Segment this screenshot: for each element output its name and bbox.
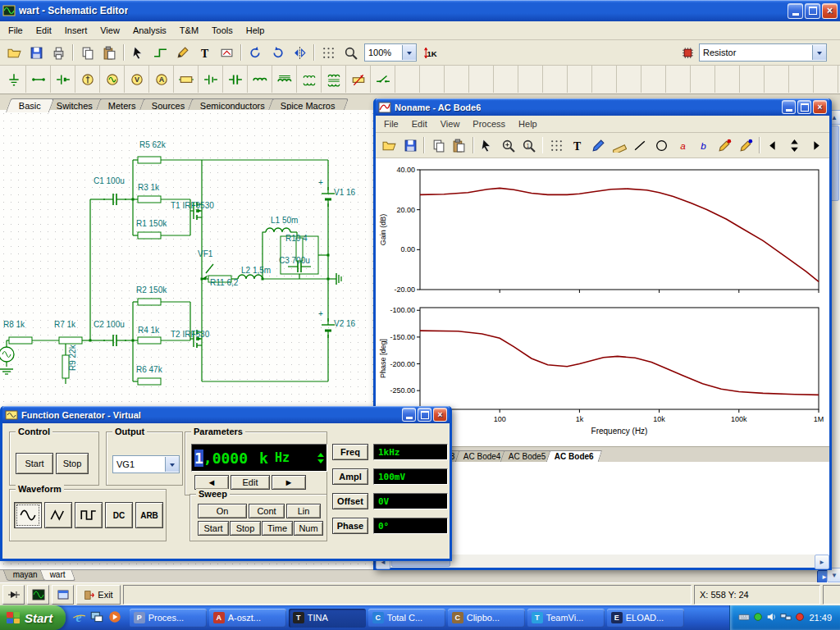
offset-button[interactable]: Offset (332, 493, 368, 509)
status-green-tray-icon[interactable] (752, 611, 764, 624)
main-menu-insert[interactable]: Insert (58, 23, 94, 38)
inductor-iron-component-button[interactable] (272, 66, 297, 93)
sweep-time-button[interactable]: Time (262, 521, 293, 536)
text-button[interactable]: T (567, 135, 588, 156)
battery-component-button[interactable] (199, 66, 223, 93)
pen-b-button[interactable] (735, 135, 756, 156)
arb-wave-button[interactable]: ARB (135, 502, 163, 528)
ammeter-component-button[interactable]: A (149, 66, 174, 93)
marker-a-button[interactable]: a (672, 135, 693, 156)
taskbar-button-tina[interactable]: TTINA (289, 609, 366, 628)
chip-button[interactable] (677, 42, 699, 63)
square-wave-button[interactable] (75, 502, 103, 528)
sweep-lin-button[interactable]: Lin (286, 504, 321, 518)
bode-menu-process[interactable]: Process (466, 116, 512, 131)
bode-menu-edit[interactable]: Edit (405, 116, 434, 131)
voltmeter-component-button[interactable]: V (125, 66, 149, 93)
measure-button[interactable] (216, 42, 238, 63)
mirror-button[interactable] (289, 42, 311, 63)
switch-component-button[interactable] (371, 66, 395, 93)
arrow-right-button[interactable] (805, 135, 826, 156)
taskbar-button-teamvi[interactable]: TTeamVi... (527, 609, 605, 628)
resistor-component-button[interactable] (174, 66, 199, 93)
ampl-button[interactable]: Ampl (332, 468, 368, 485)
zoom-100-button[interactable]: 1 (518, 135, 540, 156)
save-button[interactable] (25, 42, 48, 63)
circle-button[interactable] (651, 135, 673, 156)
taskbar-button-clipbo[interactable]: CClipbo... (448, 609, 525, 628)
taskbar-button-aoszt[interactable]: AA-oszt... (209, 609, 286, 628)
main-titlebar[interactable]: wart - Schematic Editor × (0, 0, 840, 21)
capacitor-component-button[interactable] (223, 66, 248, 93)
sweep-start-button[interactable]: Start (198, 521, 229, 536)
main-menu-file[interactable]: File (2, 23, 30, 38)
main-menu-view[interactable]: View (94, 23, 126, 38)
paste-button[interactable] (98, 42, 121, 63)
copy-button[interactable] (76, 42, 98, 63)
jumper-component-button[interactable] (26, 66, 51, 93)
freq-button[interactable]: Freq (332, 444, 368, 460)
scroll-track[interactable] (451, 555, 815, 568)
window-status-button[interactable] (52, 585, 74, 605)
pen-button[interactable] (588, 135, 609, 156)
zoom-button[interactable] (340, 42, 362, 63)
chevron-down-icon[interactable] (402, 45, 416, 60)
taskbar-button-totalc[interactable]: CTotal C... (368, 609, 445, 628)
phase-button[interactable]: Phase (332, 518, 368, 534)
bode-menu-file[interactable]: File (377, 116, 405, 131)
triangle-wave-button[interactable] (44, 502, 72, 528)
fg-next-digit-button[interactable]: ► (272, 475, 306, 490)
pen-a-button[interactable] (714, 135, 736, 156)
chevron-down-icon[interactable] (165, 457, 179, 472)
open-button[interactable] (3, 42, 25, 63)
zoom-in-button[interactable] (497, 135, 518, 156)
chevron-down-icon[interactable] (812, 45, 826, 60)
keyboard-tray-icon[interactable] (738, 611, 750, 624)
volume-tray-icon[interactable] (766, 611, 778, 624)
minimize-button[interactable] (402, 408, 416, 422)
maximize-button[interactable] (797, 100, 811, 114)
close-button[interactable]: × (822, 3, 838, 19)
media-player-quicklaunch-button[interactable] (107, 609, 122, 626)
component-tab-basic[interactable]: Basic (6, 98, 54, 112)
sine-wave-button[interactable] (14, 502, 42, 528)
grid-button[interactable] (317, 42, 340, 63)
marker-b-button[interactable]: b (693, 135, 714, 156)
pencil-button[interactable] (171, 42, 194, 63)
main-menu-tools[interactable]: Tools (205, 23, 240, 38)
transformer-component-button[interactable] (322, 66, 346, 93)
maximize-button[interactable] (418, 408, 431, 422)
function-generator-window[interactable]: Function Generator - Virtual × Control S… (0, 406, 452, 561)
sweep-stop-button[interactable]: Stop (230, 521, 261, 536)
rotate-right-button[interactable] (267, 42, 289, 63)
main-menu-help[interactable]: Help (240, 23, 272, 38)
battery-cell-component-button[interactable] (51, 66, 75, 93)
bode-menu-help[interactable]: Help (512, 116, 544, 131)
waveform-status-button[interactable] (27, 585, 49, 605)
maximize-button[interactable] (805, 3, 820, 19)
bode-titlebar[interactable]: Noname - AC Bode6 × (376, 98, 829, 116)
dc-wave-button[interactable]: DC (105, 502, 133, 528)
scroll-right-icon[interactable]: ► (815, 555, 829, 569)
fg-start-button[interactable]: Start (16, 453, 53, 474)
main-menu-tm[interactable]: T&M (173, 23, 205, 38)
cursor-button[interactable] (477, 135, 498, 156)
sweep-on-button[interactable]: On (198, 504, 247, 518)
minimize-button[interactable] (788, 3, 803, 19)
fg-edit-button[interactable]: Edit (231, 475, 270, 490)
exit-button[interactable]: Exit (76, 585, 121, 605)
line-button[interactable] (630, 135, 651, 156)
ground-component-button[interactable] (2, 66, 26, 93)
output-select[interactable]: VG1 (112, 455, 180, 473)
print-button[interactable] (48, 42, 70, 63)
bode-tab-acbode6[interactable]: AC Bode6 (546, 450, 601, 462)
paste-button[interactable] (449, 135, 470, 156)
cursor-button[interactable] (127, 42, 149, 63)
taskbar-button-proces[interactable]: PProces... (130, 609, 207, 628)
start-button[interactable]: Start (0, 605, 66, 630)
taskbar-button-eload[interactable]: EELOAD... (607, 609, 684, 628)
rotate-left-button[interactable] (244, 42, 267, 63)
diode-status-button[interactable] (2, 585, 25, 605)
voltage-source-component-button[interactable] (75, 66, 100, 93)
frequency-display[interactable]: 1 ,0000 k Hz (191, 444, 327, 472)
